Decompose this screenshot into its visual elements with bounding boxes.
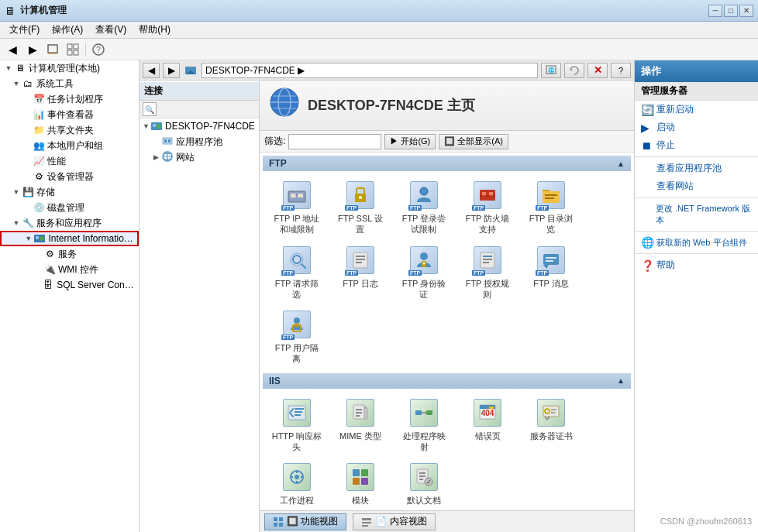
action-view-sites[interactable]: 查看网站 <box>635 177 758 195</box>
conn-apppool[interactable]: 应用程序池 <box>140 134 259 149</box>
minimize-button[interactable]: ─ <box>708 5 722 17</box>
action-get-platform[interactable]: 🌐 获取新的 Web 平台组件 <box>635 234 758 251</box>
toolbar-grid[interactable] <box>64 41 82 58</box>
ftp-authz[interactable]: FTP FTP 授权规则 <box>457 241 519 304</box>
addr-home-btn[interactable]: 🌐 <box>541 63 561 78</box>
addr-forward-btn[interactable]: ▶ <box>163 63 180 78</box>
ftp-firewall[interactable]: FTP FTP 防火墙支持 <box>457 176 519 239</box>
conn-toolbar: 🔍 <box>140 101 259 118</box>
filter-showall-btn[interactable]: 🔲 全部显示(A) <box>439 134 508 149</box>
tree-root[interactable]: ▼ 🖥 计算机管理(本地) <box>0 60 139 76</box>
ftp-filter-icon: FTP <box>281 245 312 276</box>
toolbar-back[interactable]: ◀ <box>3 41 22 58</box>
toolbar-help[interactable]: ? <box>89 41 108 58</box>
action-help[interactable]: ❓ 帮助 <box>635 256 758 274</box>
addr-refresh-btn[interactable] <box>564 63 584 78</box>
toolbar-forward[interactable]: ▶ <box>23 41 42 58</box>
close-button[interactable]: ✕ <box>739 5 753 17</box>
tree-systemtools[interactable]: ▼ 🗂 系统工具 <box>0 76 139 91</box>
tree-storage[interactable]: ▼ 💾 存储 <box>0 184 139 200</box>
tree-sharedfolder[interactable]: 📁 共享文件夹 <box>0 122 139 138</box>
conn-website[interactable]: ▶ 网站 <box>140 149 259 165</box>
ftp-user-isolation[interactable]: FTP FTP 用户隔离 <box>266 305 328 369</box>
iis-collapse-btn[interactable]: ▲ <box>617 376 625 385</box>
modules[interactable]: 模块 <box>329 458 391 510</box>
watermark: CSDN @zhoufm260613 <box>660 517 752 526</box>
mime-types[interactable]: MIME 类型 <box>329 393 391 457</box>
svg-point-18 <box>157 124 161 129</box>
addr-back-btn[interactable]: ◀ <box>143 63 160 78</box>
ftp-log[interactable]: FTP FTP 日志 <box>329 241 391 304</box>
menu-action[interactable]: 操作(A) <box>46 22 89 38</box>
svg-point-36 <box>359 196 362 199</box>
tree-sqlserver[interactable]: 🗄 SQL Server Configura <box>0 277 139 293</box>
menu-help[interactable]: 帮助(H) <box>133 22 177 38</box>
ftp-request-filter[interactable]: FTP FTP 请求筛选 <box>266 241 328 304</box>
addr-help-btn[interactable]: ? <box>611 63 631 78</box>
actions-sep1 <box>635 156 758 157</box>
ftp-login-limit[interactable]: FTP FTP 登录尝试限制 <box>393 176 455 239</box>
ftp-auth[interactable]: FTP FTP 身份验证 <box>393 241 455 304</box>
menu-view[interactable]: 查看(V) <box>89 22 133 38</box>
maximize-button[interactable]: □ <box>724 5 738 17</box>
action-view-pools-label: 查看应用程序池 <box>656 162 722 175</box>
server-cert[interactable]: 服务器证书 <box>520 393 582 457</box>
svg-text:🌐: 🌐 <box>548 67 555 74</box>
svg-rect-68 <box>295 411 302 413</box>
ftp-firewall-icon: FTP <box>472 180 503 211</box>
tree-eventviewer[interactable]: 📊 事件查看器 <box>0 107 139 122</box>
tree-iis[interactable]: ▼ Internet Information S <box>0 231 139 246</box>
tree-services[interactable]: ⚙ 服务 <box>0 246 139 262</box>
ftp-section-header: FTP ▲ <box>263 156 631 171</box>
expand-icon: ▼ <box>11 219 22 227</box>
bottom-bar: 🔲 功能视图 📄 内容视图 <box>260 510 634 532</box>
feature-view-btn[interactable]: 🔲 功能视图 <box>264 513 346 530</box>
menu-file[interactable]: 文件(F) <box>3 22 46 38</box>
svg-rect-108 <box>274 523 277 527</box>
http-response-headers[interactable]: HTTP 响应标头 <box>266 393 328 457</box>
svg-text:?: ? <box>96 46 101 54</box>
ftp-ssl[interactable]: FTP FTP SSL 设置 <box>329 176 391 239</box>
svg-rect-107 <box>279 517 283 521</box>
ftp-ip-restriction[interactable]: FTP FTP IP 地址和域限制 <box>266 176 328 239</box>
address-input[interactable] <box>202 63 538 78</box>
error-pages[interactable]: 404 ! 错误页 <box>457 393 519 457</box>
worker-icon <box>281 462 312 493</box>
tree-sharedfolder-label: 共享文件夹 <box>47 124 94 137</box>
filter-start-btn[interactable]: ▶ 开始(G) <box>384 134 436 149</box>
action-restart[interactable]: 🔄 重新启动 <box>635 101 758 118</box>
tree-taskscheduler[interactable]: 📅 任务计划程序 <box>0 91 139 107</box>
addr-stop-btn[interactable]: ✕ <box>587 63 608 78</box>
svg-rect-96 <box>353 469 360 476</box>
center-panel: ◀ ▶ 🌐 ✕ ? 连接 <box>140 60 634 532</box>
worker-processes[interactable]: 工作进程 <box>266 458 328 510</box>
ftp-section: FTP ▲ <box>263 156 631 370</box>
tree-diskmanager[interactable]: 💿 磁盘管理 <box>0 200 139 215</box>
filter-input[interactable] <box>288 134 381 149</box>
service-icon: ⚙ <box>43 248 56 260</box>
action-change-net[interactable]: 更改 .NET Framework 版本 <box>635 201 758 228</box>
ftp-message[interactable]: FTP FTP 消息 <box>520 241 582 304</box>
tree-localusers[interactable]: 👥 本地用户和组 <box>0 138 139 153</box>
action-start[interactable]: ▶ 启动 <box>635 118 758 136</box>
toolbar-up[interactable] <box>43 41 62 58</box>
tree-services-apps[interactable]: ▼ 🔧 服务和应用程序 <box>0 215 139 231</box>
tree-taskscheduler-label: 任务计划程序 <box>47 93 103 106</box>
svg-rect-86 <box>551 409 556 410</box>
conn-server[interactable]: ▼ DESKTOP-7FN4CDE <box>140 118 259 134</box>
ftp-login-label: FTP 登录尝试限制 <box>402 213 446 235</box>
default-doc[interactable]: ✓ 默认文档 <box>393 458 455 510</box>
tree-devicemanager[interactable]: ⚙ 设备管理器 <box>0 169 139 184</box>
ftp-dir-browse[interactable]: FTP FTP 目录浏览 <box>520 176 582 239</box>
tree-performance[interactable]: 📈 性能 <box>0 153 139 169</box>
tree-wmi[interactable]: 🔌 WMI 控件 <box>0 262 139 277</box>
list-icon <box>361 517 372 527</box>
ftp-collapse-btn[interactable]: ▲ <box>617 160 625 168</box>
content-view-btn[interactable]: 📄 内容视图 <box>353 513 435 530</box>
feature-scroll[interactable]: FTP ▲ <box>260 153 634 510</box>
action-stop[interactable]: ⏹ 停止 <box>635 136 758 154</box>
handler-mappings[interactable]: 处理程序映射 <box>393 393 455 457</box>
iis-icons-grid: HTTP 响应标头 <box>263 392 631 510</box>
action-view-pools[interactable]: 查看应用程序池 <box>635 160 758 177</box>
conn-filter-btn[interactable]: 🔍 <box>143 102 157 116</box>
